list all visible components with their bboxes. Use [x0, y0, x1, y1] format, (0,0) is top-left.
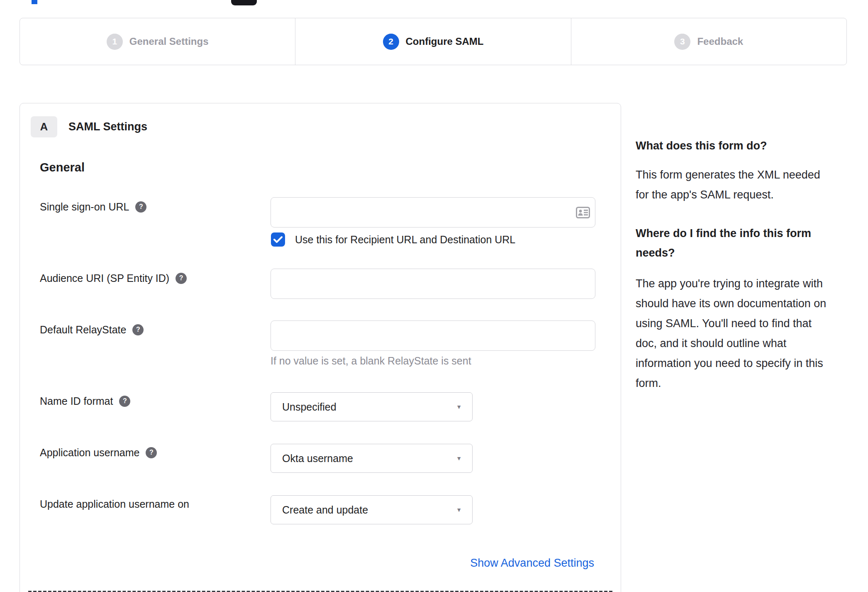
selected-value: Unspecified: [282, 393, 336, 421]
label-text: Default RelayState: [40, 323, 126, 337]
label-text: Application username: [40, 445, 139, 460]
help-icon[interactable]: ?: [135, 201, 146, 213]
cutoff-black-fragment: [231, 0, 257, 5]
selected-value: Okta username: [282, 444, 353, 472]
contact-card-icon[interactable]: [576, 207, 590, 218]
cutoff-blue-fragment: [32, 0, 37, 4]
step-feedback[interactable]: 3 Feedback: [571, 18, 846, 65]
relaystate-input[interactable]: [271, 320, 595, 351]
sidebar-question-1: What does this form do?: [636, 136, 849, 156]
saml-settings-panel: A SAML Settings General Single sign-on U…: [20, 103, 621, 592]
help-icon[interactable]: ?: [176, 273, 187, 284]
use-recipient-destination-checkbox[interactable]: [271, 232, 285, 247]
name-id-format-label: Name ID format ?: [40, 394, 130, 408]
step-label: Configure SAML: [406, 36, 484, 47]
audience-uri-input[interactable]: [271, 269, 595, 299]
step-configure-saml[interactable]: 2 Configure SAML: [295, 18, 571, 65]
sso-url-input[interactable]: [271, 197, 595, 228]
panel-title: SAML Settings: [68, 116, 147, 137]
application-username-select[interactable]: Okta username ▼: [271, 444, 473, 473]
show-advanced-settings-link[interactable]: Show Advanced Settings: [470, 557, 594, 570]
audience-uri-label: Audience URI (SP Entity ID) ?: [40, 271, 187, 285]
application-username-label: Application username ?: [40, 445, 157, 460]
section-letter-badge: A: [31, 116, 57, 137]
step-general-settings[interactable]: 1 General Settings: [20, 18, 295, 65]
sidebar-answer-2: The app you're trying to integrate withs…: [636, 274, 849, 393]
label-text: Audience URI (SP Entity ID): [40, 271, 169, 285]
help-sidebar: What does this form do? This form genera…: [636, 136, 849, 393]
help-icon[interactable]: ?: [146, 447, 157, 458]
sidebar-question-2: Where do I find the info this formneeds?: [636, 224, 849, 263]
label-text: Update application username on: [40, 497, 189, 511]
step-label: Feedback: [697, 36, 743, 47]
label-text: Single sign-on URL: [40, 200, 129, 214]
sso-url-label: Single sign-on URL ?: [40, 200, 146, 214]
step-number-badge: 3: [674, 34, 690, 50]
name-id-format-select[interactable]: Unspecified ▼: [271, 392, 473, 421]
label-text: Name ID format: [40, 394, 113, 408]
checkmark-icon: [273, 236, 283, 243]
step-number-badge: 2: [383, 34, 399, 50]
help-icon[interactable]: ?: [132, 324, 144, 335]
sidebar-answer-1: This form generates the XML neededfor th…: [636, 165, 849, 205]
step-label: General Settings: [129, 36, 209, 47]
update-username-on-select[interactable]: Create and update ▼: [271, 495, 473, 524]
update-username-on-label: Update application username on: [40, 497, 189, 511]
wizard-stepper: 1 General Settings 2 Configure SAML 3 Fe…: [20, 18, 847, 65]
chevron-down-icon: ▼: [456, 393, 462, 421]
help-icon[interactable]: ?: [119, 396, 130, 407]
checkbox-label: Use this for Recipient URL and Destinati…: [295, 232, 515, 247]
relaystate-hint: If no value is set, a blank RelayState i…: [271, 355, 471, 367]
general-section-heading: General: [40, 161, 85, 174]
relaystate-label: Default RelayState ?: [40, 323, 144, 337]
chevron-down-icon: ▼: [456, 444, 462, 472]
step-number-badge: 1: [107, 34, 123, 50]
selected-value: Create and update: [282, 496, 368, 524]
chevron-down-icon: ▼: [456, 496, 462, 524]
